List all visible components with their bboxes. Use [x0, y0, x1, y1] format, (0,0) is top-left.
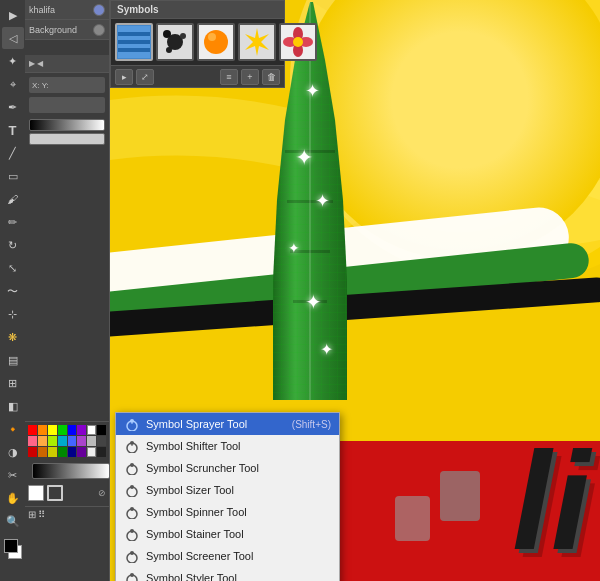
swatch-green[interactable]	[58, 425, 67, 435]
swatch-lt-orange[interactable]	[38, 436, 47, 446]
swatch-dk-purple[interactable]	[77, 447, 86, 457]
svg-point-34	[130, 485, 134, 489]
symbol-options-btn[interactable]: ≡	[220, 69, 238, 85]
grid-icon[interactable]: ⊞	[28, 509, 36, 520]
menu-item-stainer[interactable]: Symbol Stainer Tool	[116, 523, 339, 545]
swatch-near-black[interactable]	[97, 447, 106, 457]
swatch-lt-green[interactable]	[48, 436, 57, 446]
magic-wand-tool[interactable]: ✦	[2, 50, 24, 72]
direct-select-tool[interactable]: ◁	[2, 27, 24, 49]
svg-point-15	[180, 33, 186, 39]
stainer-icon	[124, 526, 140, 542]
menu-item-scruncher[interactable]: Symbol Scruncher Tool	[116, 457, 339, 479]
symbols-title-bar: Symbols	[111, 1, 284, 19]
transform-value: X: Y:	[32, 81, 49, 90]
gradient-tool[interactable]: ◧	[2, 395, 24, 417]
layer-khalifa-color	[93, 4, 105, 16]
swatch-dk-orange[interactable]	[38, 447, 47, 457]
svg-rect-11	[118, 40, 150, 44]
selection-tool[interactable]: ▶	[2, 4, 24, 26]
swatch-dk-blue[interactable]	[68, 447, 77, 457]
swatch-blue[interactable]	[68, 425, 77, 435]
symbol-thumb-5[interactable]	[279, 23, 317, 61]
paintbrush-tool[interactable]: 🖌	[2, 188, 24, 210]
sizer-icon	[124, 482, 140, 498]
layer-bg-header: Background	[25, 20, 109, 40]
swatch-yellow[interactable]	[48, 425, 57, 435]
zoom-tool[interactable]: 🔍	[2, 510, 24, 532]
swatch-pink[interactable]	[28, 436, 37, 446]
svg-point-32	[130, 463, 134, 467]
svg-point-29	[130, 441, 134, 445]
blend-tool[interactable]: ◑	[2, 441, 24, 463]
pen-tool[interactable]: ✒	[2, 96, 24, 118]
shifter-icon	[124, 438, 140, 454]
swatch-lt-gray[interactable]	[87, 436, 96, 446]
sparkle-4: ✦	[288, 240, 300, 256]
symbol-thumb-1[interactable]	[115, 23, 153, 61]
grid-dots-icon[interactable]: ⠿	[38, 509, 45, 520]
swatch-dk-red[interactable]	[28, 447, 37, 457]
eyedropper-tool[interactable]: 🔸	[2, 418, 24, 440]
menu-item-styler[interactable]: Symbol Styler Tool	[116, 567, 339, 581]
swatch-dk-yellow[interactable]	[48, 447, 57, 457]
new-symbol-btn[interactable]: +	[241, 69, 259, 85]
lasso-tool[interactable]: ⌖	[2, 73, 24, 95]
menu-label-screener: Symbol Screener Tool	[146, 550, 331, 562]
column-graph-tool[interactable]: ▤	[2, 349, 24, 371]
screener-icon	[124, 548, 140, 564]
swatch-orange[interactable]	[38, 425, 47, 435]
place-symbol-btn[interactable]: ▸	[115, 69, 133, 85]
pencil-tool[interactable]: ✏	[2, 211, 24, 233]
rectangle-tool[interactable]: ▭	[2, 165, 24, 187]
menu-item-sizer[interactable]: Symbol Sizer Tool	[116, 479, 339, 501]
mesh-tool[interactable]: ⊞	[2, 372, 24, 394]
fill-box[interactable]	[28, 485, 44, 501]
swatch-dk-green[interactable]	[58, 447, 67, 457]
symbol-thumb-4[interactable]	[238, 23, 276, 61]
free-transform-tool[interactable]: ⊹	[2, 303, 24, 325]
context-menu: Symbol Sprayer Tool (Shift+S) Symbol Shi…	[115, 412, 340, 581]
panel-main-area: ▶ ◀ X: Y:	[25, 45, 109, 421]
rotate-tool[interactable]: ↻	[2, 234, 24, 256]
swatch-off-white[interactable]	[87, 447, 96, 457]
gradient-strip[interactable]	[32, 463, 110, 479]
symbol-spray-tool[interactable]: ❋	[2, 326, 24, 348]
symbols-panel-title: Symbols	[117, 4, 159, 15]
delete-symbol-btn[interactable]: 🗑	[262, 69, 280, 85]
left-panel: khalifa Background ▶ ◀ X: Y:	[25, 0, 110, 581]
menu-item-spinner[interactable]: Symbol Spinner Tool	[116, 501, 339, 523]
scale-tool[interactable]: ⤡	[2, 257, 24, 279]
swatch-dk-gray[interactable]	[97, 436, 106, 446]
svg-point-14	[163, 30, 171, 38]
fill-indicator[interactable]	[4, 539, 18, 553]
type-tool[interactable]: T	[2, 119, 24, 141]
menu-label-scruncher: Symbol Scruncher Tool	[146, 462, 331, 474]
swatch-lt-blue[interactable]	[68, 436, 77, 446]
swatch-red[interactable]	[28, 425, 37, 435]
left-toolbar: ▶ ◁ ✦ ⌖ ✒ T ╱ ▭ 🖌 ✏ ↻ ⤡ 〜 ⊹ ❋ ▤ ⊞ ◧ 🔸 ◑ …	[0, 0, 25, 581]
scruncher-icon	[124, 460, 140, 476]
menu-label-styler: Symbol Styler Tool	[146, 572, 331, 581]
break-link-btn[interactable]: ⤢	[136, 69, 154, 85]
menu-label-sizer: Symbol Sizer Tool	[146, 484, 331, 496]
scissors-tool[interactable]: ✂	[2, 464, 24, 486]
symbol-thumb-3[interactable]	[197, 23, 235, 61]
swatch-lt-purple[interactable]	[77, 436, 86, 446]
hand-tool[interactable]: ✋	[2, 487, 24, 509]
svg-point-16	[166, 47, 172, 53]
menu-label-stainer: Symbol Stainer Tool	[146, 528, 331, 540]
symbol-thumb-2[interactable]	[156, 23, 194, 61]
line-tool[interactable]: ╱	[2, 142, 24, 164]
stroke-box[interactable]	[47, 485, 63, 501]
fill-swatch-bar	[29, 133, 105, 145]
layer-bg-color	[93, 24, 105, 36]
warp-tool[interactable]: 〜	[2, 280, 24, 302]
swatch-white[interactable]	[87, 425, 96, 435]
menu-item-screener[interactable]: Symbol Screener Tool	[116, 545, 339, 567]
swatch-purple[interactable]	[77, 425, 86, 435]
menu-item-sprayer[interactable]: Symbol Sprayer Tool (Shift+S)	[116, 413, 339, 435]
swatch-black[interactable]	[97, 425, 106, 435]
swatch-cyan[interactable]	[58, 436, 67, 446]
menu-item-shifter[interactable]: Symbol Shifter Tool	[116, 435, 339, 457]
